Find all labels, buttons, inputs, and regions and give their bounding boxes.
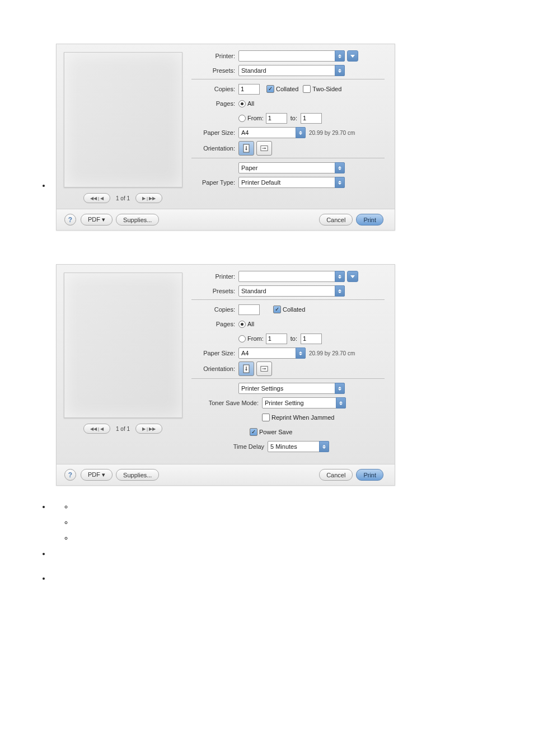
paper-size-label: Paper Size: xyxy=(191,129,235,136)
pages-to-label: to: xyxy=(291,335,297,342)
print-button[interactable]: Print xyxy=(356,469,383,481)
pages-all-radio[interactable]: All xyxy=(238,100,254,107)
nav-next-button[interactable]: ▶ | ▶▶ xyxy=(135,193,162,203)
paper-type-select[interactable]: Printer Default xyxy=(238,177,345,188)
paper-size-value: A4 xyxy=(241,129,249,136)
orientation-label: Orientation: xyxy=(191,145,235,152)
printer-select[interactable] xyxy=(238,50,345,62)
pages-from-label: From: xyxy=(247,115,264,121)
pages-to-input[interactable] xyxy=(301,113,322,124)
landscape-icon xyxy=(260,364,268,373)
print-button[interactable]: Print xyxy=(356,214,383,226)
help-button[interactable]: ? xyxy=(64,214,76,226)
printer-label: Printer: xyxy=(191,53,235,59)
print-dialog-paper: ◀◀ | ◀ 1 of 1 ▶ | ▶▶ Printer: xyxy=(56,44,395,231)
collated-label: Collated xyxy=(276,86,298,92)
pages-to-label: to: xyxy=(291,115,297,121)
portrait-icon xyxy=(242,364,250,373)
pages-range-radio[interactable]: From: xyxy=(238,335,264,342)
paper-type-value: Printer Default xyxy=(241,179,280,186)
presets-label: Presets: xyxy=(191,288,235,294)
collated-checkbox[interactable]: Collated xyxy=(273,306,305,313)
copies-label: Copies: xyxy=(191,86,235,92)
collated-checkbox[interactable]: Collated xyxy=(266,85,298,93)
pages-from-label: From: xyxy=(247,335,264,342)
dropdown-arrows-icon xyxy=(335,162,345,173)
settings-section-value: Paper xyxy=(241,165,257,171)
help-button[interactable]: ? xyxy=(64,469,76,481)
power-save-checkbox[interactable]: Power Save xyxy=(250,428,292,436)
dropdown-arrows-icon xyxy=(335,50,345,62)
presets-select[interactable]: Standard xyxy=(238,285,345,297)
reprint-label: Reprint When Jammed xyxy=(271,414,335,421)
paper-size-dimensions: 20.99 by 29.70 cm xyxy=(309,130,355,136)
supplies-button[interactable]: Supplies... xyxy=(116,469,159,481)
orientation-portrait-button[interactable] xyxy=(238,361,254,376)
cancel-button[interactable]: Cancel xyxy=(319,214,353,226)
orientation-portrait-button[interactable] xyxy=(238,141,254,156)
printer-disclosure-button[interactable] xyxy=(347,271,358,282)
nav-prev-button[interactable]: ◀◀ | ◀ xyxy=(83,424,110,434)
pages-range-radio[interactable]: From: xyxy=(238,115,264,122)
supplies-button[interactable]: Supplies... xyxy=(116,214,159,226)
settings-section-select[interactable]: Printer Settings xyxy=(238,383,345,394)
dropdown-arrows-icon xyxy=(296,127,306,138)
dropdown-arrows-icon xyxy=(335,65,345,76)
dropdown-arrows-icon xyxy=(335,271,345,282)
pages-from-input[interactable] xyxy=(266,113,287,124)
settings-section-select[interactable]: Paper xyxy=(238,162,345,173)
nav-prev-button[interactable]: ◀◀ | ◀ xyxy=(83,193,110,203)
copies-label: Copies: xyxy=(191,306,235,313)
toner-save-select[interactable]: Printer Setting xyxy=(262,397,346,408)
printer-select[interactable] xyxy=(238,271,345,282)
portrait-icon xyxy=(242,144,250,153)
pages-label: Pages: xyxy=(191,321,235,327)
pdf-button[interactable]: PDF ▾ xyxy=(81,214,113,226)
pages-all-label: All xyxy=(247,100,254,107)
copies-input[interactable] xyxy=(238,304,260,315)
two-sided-checkbox[interactable]: Two-Sided xyxy=(303,85,341,93)
orientation-landscape-button[interactable] xyxy=(256,141,272,156)
paper-size-select[interactable]: A4 xyxy=(238,348,306,359)
paper-type-label: Paper Type: xyxy=(191,179,235,186)
paper-size-select[interactable]: A4 xyxy=(238,127,306,138)
pages-label: Pages: xyxy=(191,100,235,107)
paper-size-dimensions: 20.99 by 29.70 cm xyxy=(309,350,355,356)
toner-save-value: Printer Setting xyxy=(265,400,304,406)
pdf-button[interactable]: PDF ▾ xyxy=(81,469,113,481)
dropdown-arrows-icon xyxy=(335,383,345,394)
pages-all-radio[interactable]: All xyxy=(238,321,254,328)
time-delay-label: Time Delay xyxy=(191,443,264,450)
printer-label: Printer: xyxy=(191,273,235,280)
nav-next-button[interactable]: ▶ | ▶▶ xyxy=(135,424,162,434)
page-preview xyxy=(64,273,182,418)
page-preview xyxy=(64,52,182,187)
pages-all-label: All xyxy=(247,321,254,327)
settings-section-value: Printer Settings xyxy=(241,385,283,392)
pages-to-input[interactable] xyxy=(301,334,322,344)
presets-label: Presets: xyxy=(191,67,235,74)
copies-input[interactable] xyxy=(238,84,260,95)
paper-size-value: A4 xyxy=(241,350,249,356)
collated-label: Collated xyxy=(283,306,305,313)
orientation-label: Orientation: xyxy=(191,365,235,372)
dropdown-arrows-icon xyxy=(335,285,345,297)
presets-value: Standard xyxy=(241,67,266,74)
print-dialog-printer-settings: ◀◀ | ◀ 1 of 1 ▶ | ▶▶ Printer: xyxy=(56,264,395,486)
two-sided-label: Two-Sided xyxy=(312,86,341,92)
dropdown-arrows-icon xyxy=(319,441,329,452)
orientation-landscape-button[interactable] xyxy=(256,361,272,376)
power-save-label: Power Save xyxy=(259,429,292,435)
time-delay-value: 5 Minutes xyxy=(270,443,297,450)
presets-select[interactable]: Standard xyxy=(238,65,345,76)
pages-from-input[interactable] xyxy=(266,334,287,344)
nav-page-status: 1 of 1 xyxy=(116,426,130,432)
reprint-checkbox[interactable]: Reprint When Jammed xyxy=(262,414,335,421)
toner-save-label: Toner Save Mode: xyxy=(191,400,259,406)
cancel-button[interactable]: Cancel xyxy=(319,469,353,481)
time-delay-select[interactable]: 5 Minutes xyxy=(268,441,329,452)
paper-size-label: Paper Size: xyxy=(191,350,235,356)
dropdown-arrows-icon xyxy=(336,397,346,408)
dropdown-arrows-icon xyxy=(296,348,306,359)
printer-disclosure-button[interactable] xyxy=(347,50,358,62)
